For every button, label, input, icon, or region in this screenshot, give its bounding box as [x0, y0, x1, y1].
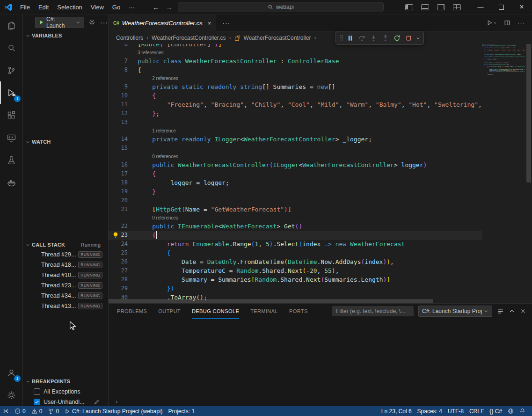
sidebar-more-actions-icon[interactable]: ··· [100, 19, 108, 26]
panel-tab-output[interactable]: OUTPUT [158, 304, 181, 319]
breadcrumb-item[interactable]: Controllers [116, 35, 143, 41]
codelens-references-link[interactable]: 3 references [138, 49, 164, 57]
section-breakpoints[interactable]: BREAKPOINTS [22, 376, 108, 387]
code-line[interactable]: 9 private static readonly string[] Summa… [109, 82, 482, 91]
vertical-scrollbar-thumb[interactable] [526, 44, 531, 182]
status-eol[interactable]: CRLF [466, 406, 487, 416]
status-language-mode[interactable]: {} C# [487, 406, 505, 416]
tab-close-icon[interactable]: × [208, 20, 211, 27]
minimap[interactable]: 6[Route("[controller]")]7public class We… [482, 44, 525, 303]
toggle-secondary-sidebar-icon[interactable] [437, 4, 445, 10]
debug-settings-gear-icon[interactable] [88, 19, 95, 26]
debug-start-icon[interactable] [39, 20, 44, 25]
code-line[interactable]: 17 { [109, 169, 482, 178]
menu-view[interactable]: View [87, 0, 108, 14]
code-line[interactable]: 23 { [109, 231, 482, 240]
status-ports-forwarded[interactable]: 0 [45, 406, 62, 416]
code-line[interactable]: 18 _logger = logger; [109, 178, 482, 187]
menu-edit[interactable]: Edit [34, 0, 53, 14]
thread-row[interactable]: Thread #18...RUNNING [22, 260, 108, 270]
code-line[interactable]: 10 { [109, 91, 482, 100]
codelens-references-link[interactable]: 0 references [152, 153, 178, 161]
thread-row[interactable]: Thread #34...RUNNING [22, 291, 108, 301]
maximize-button[interactable] [491, 0, 511, 14]
panel-tab-ports[interactable]: PORTS [289, 304, 308, 319]
toggle-panel-icon[interactable] [421, 4, 429, 10]
horizontal-scrollbar[interactable] [109, 299, 482, 303]
customize-layout-icon[interactable] [453, 4, 461, 10]
pause-button[interactable] [344, 32, 356, 44]
debug-console-input[interactable]: › [109, 397, 532, 406]
nav-forward-icon[interactable]: → [166, 3, 173, 11]
code-line[interactable]: 26 Date = DateOnly.FromDateTime(DateTime… [109, 257, 482, 266]
thread-row[interactable]: Thread #10...RUNNING [22, 270, 108, 280]
codelens-row[interactable]: 1 reference [109, 127, 482, 135]
step-out-button[interactable] [379, 32, 391, 44]
breadcrumb-item[interactable]: WeatherForecastController.cs [152, 35, 226, 41]
status-remote[interactable] [0, 406, 12, 416]
code-line[interactable]: 25 { [109, 248, 482, 257]
split-editor-icon[interactable] [504, 20, 510, 26]
editor-more-actions-icon[interactable]: ··· [517, 19, 525, 26]
breakpoint-checkbox[interactable] [34, 399, 40, 405]
breakpoint-checkbox[interactable] [34, 388, 40, 395]
status-notifications[interactable] [517, 406, 528, 416]
codelens-references-link[interactable]: 0 references [152, 214, 178, 222]
code-line[interactable]: 13 [109, 118, 482, 127]
launch-config-dropdown[interactable]: C#: Launch [35, 17, 84, 28]
code-line[interactable]: 29 }) [109, 284, 482, 293]
thread-row[interactable]: Thread #13...RUNNING [22, 301, 108, 311]
thread-row[interactable]: Thread #23...RUNNING [22, 280, 108, 291]
edit-breakpoint-icon[interactable] [94, 399, 100, 405]
activity-source-control[interactable] [0, 59, 22, 81]
activity-testing[interactable] [0, 149, 22, 171]
maximize-panel-icon[interactable] [509, 308, 515, 314]
menu-go[interactable]: Go [108, 0, 124, 14]
console-target-dropdown[interactable]: C#: Launch Startup Proj [418, 306, 492, 317]
activity-docker[interactable] [0, 171, 22, 194]
code-line[interactable]: 16 public WeatherForecastController(ILog… [109, 161, 482, 169]
stop-dropdown-chevron-icon[interactable] [415, 32, 421, 44]
close-button[interactable]: × [511, 0, 532, 14]
vertical-scrollbar[interactable] [525, 44, 532, 303]
code-line[interactable]: 14 private readonly ILogger<WeatherForec… [109, 135, 482, 144]
horizontal-scrollbar-thumb[interactable] [109, 299, 433, 303]
menu-more[interactable]: ··· [124, 0, 139, 14]
code-line[interactable]: 6[Route("[controller]")] [109, 44, 482, 49]
section-call-stack[interactable]: CALL STACK Running [22, 240, 108, 250]
menu-selection[interactable]: Selection [53, 0, 86, 14]
nav-back-icon[interactable]: ← [153, 3, 160, 11]
code-line[interactable]: 24 return Enumerable.Range(1, 5).Select(… [109, 240, 482, 248]
activity-remote-explorer[interactable] [0, 126, 22, 149]
restart-button[interactable] [391, 32, 403, 44]
status-debug-target[interactable]: C#: Launch Startup Project (webapi) [62, 406, 165, 416]
menu-file[interactable]: File [16, 0, 34, 14]
codelens-references-link[interactable]: 2 references [152, 74, 178, 82]
status-warnings[interactable]: 0 [29, 406, 45, 416]
activity-search[interactable] [0, 36, 22, 59]
stop-button[interactable] [403, 32, 415, 44]
code-line[interactable]: 22 public IEnumerable<WeatherForecast> G… [109, 222, 482, 231]
status-projects[interactable]: Projects: 1 [166, 406, 198, 416]
code-line[interactable]: 21 [HttpGet(Name = "GetWeatherForecast")… [109, 205, 482, 214]
console-filter-input[interactable] [332, 306, 414, 316]
minimize-button[interactable]: — [470, 0, 491, 14]
toolbar-drag-handle[interactable] [338, 32, 344, 44]
code-line[interactable]: 11 "Freezing", "Bracing", "Chilly", "Coo… [109, 100, 482, 109]
codelens-row[interactable]: 3 references [109, 49, 482, 57]
close-panel-icon[interactable] [520, 308, 526, 314]
panel-tab-debug-console[interactable]: DEBUG CONSOLE [192, 304, 239, 319]
breadcrumb-item[interactable]: WeatherForecastController [244, 35, 311, 41]
code-line[interactable]: 19 } [109, 187, 482, 196]
status-encoding[interactable]: UTF-8 [445, 406, 466, 416]
run-file-button[interactable] [487, 20, 497, 26]
toggle-sidebar-icon[interactable] [405, 4, 413, 10]
panel-tab-problems[interactable]: PROBLEMS [117, 304, 147, 319]
step-over-button[interactable] [356, 32, 368, 44]
code-line[interactable]: 27 TemperatureC = Random.Shared.Next(-20… [109, 266, 482, 275]
panel-tab-terminal[interactable]: TERMINAL [250, 304, 278, 319]
codelens-row[interactable]: 2 references [109, 74, 482, 82]
lightbulb-icon[interactable] [112, 232, 119, 239]
codelens-row[interactable]: 0 references [109, 214, 482, 222]
code-line[interactable]: 20 [109, 196, 482, 205]
